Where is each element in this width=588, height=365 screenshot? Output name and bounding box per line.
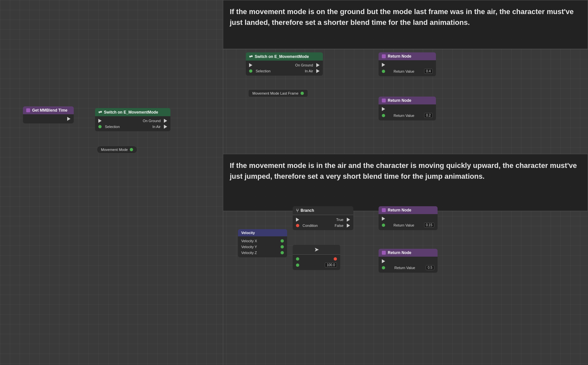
node-return-1[interactable]: Return Node Return Value 0.4 <box>379 52 436 76</box>
switch-right-icon: ⇌ <box>249 54 253 59</box>
compare-value-row: 100.0 <box>293 262 340 268</box>
node-return-4[interactable]: Return Node Return Value 0.5 <box>379 249 438 273</box>
return3-exec-in <box>382 217 385 221</box>
switch-left-title: Switch on E_MovementMode <box>104 110 158 115</box>
return4-exec-in <box>382 259 385 263</box>
return1-value-label: Return Value <box>394 69 414 73</box>
return2-value-row: Return Value 0.2 <box>379 112 436 119</box>
velocity-y-row: Velocity Y <box>238 244 287 250</box>
return3-icon <box>382 208 386 212</box>
compare-value-pin <box>296 264 299 267</box>
return3-value-row: Return Value 0.15 <box>379 222 438 228</box>
switch-right-body: On Ground Selection In Air <box>246 61 323 76</box>
compare-in-row <box>293 256 340 262</box>
node-switch-right[interactable]: ⇌ Switch on E_MovementMode On Ground Sel… <box>246 52 323 76</box>
return2-exec-row <box>379 106 436 112</box>
switch-left-selection-label: Selection <box>105 125 131 129</box>
branch-exec-in <box>296 218 299 222</box>
switch-left-icon: ⇌ <box>98 110 102 115</box>
get-blend-exec-out <box>67 117 70 121</box>
movement-mode-last-frame-bubble: Movement Mode Last Frame <box>248 89 308 97</box>
node-return-3[interactable]: Return Node Return Value 0.15 <box>379 206 438 230</box>
movement-mode-bubble-left: Movement Mode <box>97 146 137 154</box>
movement-mode-pin-left <box>130 148 133 151</box>
return3-title: Return Node <box>388 208 411 212</box>
switch-right-exec-row: On Ground <box>246 62 323 68</box>
switch-left-inair-label: In Air <box>134 125 161 129</box>
node-get-blend-header: Get MMBlend Time <box>23 106 74 114</box>
return2-icon <box>382 99 386 102</box>
get-blend-title: Get MMBlend Time <box>32 108 68 113</box>
return2-header: Return Node <box>379 97 436 104</box>
switch-left-exec-row: On Ground <box>95 118 170 124</box>
velocity-title: Velocity <box>241 231 255 235</box>
return4-exec-row <box>379 258 438 264</box>
return2-value-box: 0.2 <box>424 113 433 118</box>
switch-left-selection-row: Selection In Air <box>95 124 170 130</box>
return1-exec-in <box>382 63 385 67</box>
return3-header: Return Node <box>379 206 438 214</box>
switch-right-onground-label: On Ground <box>256 63 313 67</box>
branch-false-label: False <box>325 224 344 228</box>
node-return-2[interactable]: Return Node Return Value 0.2 <box>379 97 436 120</box>
return1-exec-row <box>379 62 436 68</box>
return4-title: Return Node <box>388 250 411 255</box>
branch-header: ⑂ Branch <box>293 206 353 215</box>
switch-right-selection-label: Selection <box>256 69 283 73</box>
branch-icon: ⑂ <box>296 208 299 213</box>
return1-header: Return Node <box>379 52 436 60</box>
velocity-y-label: Velocity Y <box>241 245 277 249</box>
switch-right-inair-pin <box>316 69 320 73</box>
branch-false-pin <box>347 224 350 228</box>
return4-icon <box>382 251 386 255</box>
switch-right-inair-label: In Air <box>286 69 313 73</box>
movement-mode-label-left: Movement Mode <box>101 148 128 152</box>
compare-body: 100.0 <box>293 255 340 270</box>
node-compare[interactable]: ➤ 100.0 <box>293 245 340 270</box>
return1-value-row: Return Value 0.4 <box>379 68 436 75</box>
switch-left-header: ⇌ Switch on E_MovementMode <box>95 108 170 116</box>
compare-out-pin <box>334 257 337 261</box>
node-switch-left[interactable]: ⇌ Switch on E_MovementMode On Ground Sel… <box>95 108 170 131</box>
return3-exec-row <box>379 216 438 222</box>
switch-left-body: On Ground Selection In Air <box>95 116 170 131</box>
node-branch[interactable]: ⑂ Branch True Condition False <box>293 206 353 230</box>
return4-value-label: Return Value <box>394 266 415 270</box>
node-get-mmblend-time[interactable]: Get MMBlend Time <box>23 106 74 123</box>
get-blend-exec-row <box>23 116 74 122</box>
compare-in-pin <box>296 257 299 261</box>
annotation-panel-bottom: If the movement mode is in the air and t… <box>223 154 588 211</box>
get-blend-icon <box>26 108 30 112</box>
velocity-z-label: Velocity Z <box>241 251 277 255</box>
return2-title: Return Node <box>388 98 411 103</box>
annotation-text-bottom: If the movement mode is in the air and t… <box>230 160 581 182</box>
switch-right-onground-pin <box>316 63 320 67</box>
compare-symbol: ➤ <box>314 246 319 253</box>
return2-value-pin <box>382 114 385 117</box>
annotation-panel-top: If the movement mode is on the ground bu… <box>223 0 588 49</box>
switch-left-onground-label: On Ground <box>105 119 161 123</box>
switch-right-selection-pin-in <box>249 69 252 73</box>
branch-title: Branch <box>301 208 314 213</box>
velocity-body: Velocity X Velocity Y Velocity Z <box>238 236 287 257</box>
vertical-divider <box>223 0 223 365</box>
return4-value-row: Return Value 0.5 <box>379 264 438 271</box>
return2-exec-in <box>382 107 385 111</box>
velocity-z-row: Velocity Z <box>238 250 287 256</box>
return4-value-box: 0.5 <box>426 265 434 270</box>
node-velocity[interactable]: Velocity Velocity X Velocity Y Velocity … <box>238 229 287 257</box>
velocity-header: Velocity <box>238 229 287 236</box>
return1-title: Return Node <box>388 54 411 59</box>
return1-body: Return Value 0.4 <box>379 60 436 76</box>
branch-true-label: True <box>303 218 343 222</box>
velocity-x-label: Velocity X <box>241 239 277 243</box>
branch-condition-label: Condition <box>303 224 322 228</box>
compare-header: ➤ <box>293 245 340 255</box>
return2-value-label: Return Value <box>394 114 414 118</box>
switch-right-exec-in <box>249 63 252 67</box>
return3-value-label: Return Value <box>394 223 414 227</box>
branch-exec-row: True <box>293 217 353 223</box>
branch-body: True Condition False <box>293 215 353 230</box>
velocity-x-row: Velocity X <box>238 238 287 244</box>
mm-last-frame-pin <box>301 92 304 95</box>
